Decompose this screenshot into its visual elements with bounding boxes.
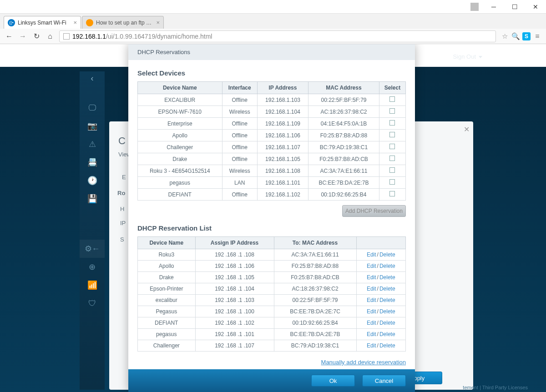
ip-address-cell: 192.168.1.107 [257, 141, 308, 153]
page-content: LINKSYS Sign Out ‹ 🖵 📷 ⚠ 📇 🕐 💾 ⚙← ⊕ 📶 🛡 … [0, 44, 546, 392]
ip-address-cell: 192.168.1.103 [257, 94, 308, 106]
address-bar[interactable]: 192.168.1.1/ui/1.0.99.164719/dynamic/hom… [59, 30, 496, 42]
extension-icon[interactable]: 🔍 [511, 32, 520, 40]
assign-ip-cell: 192 .168 .1 .104 [195, 283, 274, 295]
close-button[interactable]: ✕ [525, 0, 546, 14]
ok-button[interactable]: Ok [311, 375, 355, 387]
table-row: Pegasus192 .168 .1 .100BC:EE:7B:DA:2E:7C… [138, 306, 406, 317]
edit-link[interactable]: Edit [367, 297, 376, 303]
delete-link[interactable]: Delete [379, 342, 395, 349]
page-info-icon[interactable] [63, 33, 70, 40]
device-name-cell: Epson-Printer [138, 283, 196, 295]
sidebar-item-storage[interactable]: 💾 [80, 190, 105, 208]
minimize-button[interactable]: ─ [483, 0, 504, 14]
device-name-cell: Drake [138, 153, 222, 165]
edit-link[interactable]: Edit [367, 331, 376, 337]
mac-address-cell: AC:18:26:37:98:C2 [274, 283, 356, 295]
maximize-button[interactable]: ☐ [504, 0, 525, 14]
reload-button[interactable]: ↻ [32, 32, 41, 40]
select-checkbox[interactable] [389, 108, 395, 114]
sidebar-item-media[interactable]: 📇 [80, 153, 105, 171]
manually-add-link[interactable]: Manually add device reservation [321, 359, 406, 366]
assign-ip-cell: 192 .168 .1 .103 [195, 295, 274, 306]
interface-cell: Wireless [222, 106, 257, 118]
interface-cell: Offline [222, 94, 257, 106]
cancel-button[interactable]: Cancel [362, 375, 406, 387]
delete-link[interactable]: Delete [379, 331, 395, 337]
actions-cell: Edit/Delete [356, 249, 405, 261]
table-row: EPSON-WF-7610Wireless192.168.1.104AC:18:… [138, 106, 406, 118]
sidebar-item-parental[interactable]: ⚠ [80, 135, 105, 153]
select-checkbox[interactable] [389, 96, 395, 102]
sign-out-link[interactable]: Sign Out [453, 53, 482, 60]
device-name-cell: EPSON-WF-7610 [138, 106, 222, 118]
device-name-cell: Pegasus [138, 306, 196, 317]
sidebar-item-speed[interactable]: 🕐 [80, 171, 105, 190]
sidebar-toggle-icon[interactable]: ‹ [80, 71, 105, 85]
skype-extension-icon[interactable]: S [522, 32, 531, 40]
select-checkbox[interactable] [389, 132, 395, 137]
sidebar-item-guest[interactable]: 📷 [80, 117, 105, 135]
add-dhcp-reservation-button[interactable]: Add DHCP Reservation [342, 205, 406, 217]
edit-link[interactable]: Edit [367, 308, 376, 315]
actions-cell: Edit/Delete [356, 261, 405, 272]
bookmark-star-icon[interactable]: ☆ [500, 32, 509, 40]
mac-address-cell: F0:25:B7:B8:AD:88 [274, 261, 356, 272]
select-cell [379, 177, 405, 189]
table-header: Select [379, 82, 405, 94]
browser-tab-inactive[interactable]: How to set up an ftp serv... × [82, 16, 164, 29]
browser-tab-active[interactable]: ((• Linksys Smart Wi-Fi × [4, 16, 81, 29]
select-checkbox[interactable] [389, 120, 395, 126]
delete-link[interactable]: Delete [379, 274, 395, 281]
edit-link[interactable]: Edit [367, 251, 376, 258]
select-checkbox[interactable] [389, 191, 395, 196]
table-row: ApolloOffline192.168.1.106F0:25:B7:B8:AD… [138, 130, 406, 141]
sidebar-item-wireless[interactable]: 📶 [80, 276, 105, 294]
select-checkbox[interactable] [389, 156, 395, 161]
select-checkbox[interactable] [389, 179, 395, 185]
browser-menu-icon[interactable]: ≡ [533, 32, 541, 40]
edit-link[interactable]: Edit [367, 320, 376, 326]
tab-close-icon[interactable]: × [73, 19, 77, 26]
tab-title: How to set up an ftp serv... [96, 20, 153, 26]
footer-links[interactable]: tement | Third Party Licenses [463, 385, 528, 390]
sidebar-item-security[interactable]: 🛡 [80, 294, 105, 312]
delete-link[interactable]: Delete [379, 297, 395, 303]
edit-link[interactable]: Edit [367, 274, 376, 281]
delete-link[interactable]: Delete [379, 320, 395, 326]
sidebar-item-network[interactable]: 🖵 [80, 99, 105, 117]
mac-address-cell: F0:25:B7:B8:AD:88 [308, 130, 379, 141]
select-cell [379, 106, 405, 118]
tab-close-icon[interactable]: × [156, 19, 160, 26]
select-checkbox[interactable] [389, 144, 395, 149]
home-button[interactable]: ⌂ [46, 32, 55, 40]
edit-link[interactable]: Edit [367, 286, 376, 292]
modal-footer: Ok Cancel [128, 369, 415, 392]
sidebar-item-troubleshoot[interactable]: ⊕ [80, 258, 105, 276]
tab-title: Linksys Smart Wi-Fi [18, 20, 71, 26]
sidebar-item-connectivity[interactable]: ⚙← [80, 240, 105, 258]
interface-cell: Offline [222, 118, 257, 130]
user-avatar-icon[interactable] [470, 3, 479, 11]
delete-link[interactable]: Delete [379, 251, 395, 258]
back-button[interactable]: ← [5, 32, 14, 40]
panel-close-icon[interactable]: ✕ [464, 125, 470, 134]
mac-address-cell: F0:25:B7:B8:AD:CB [274, 272, 356, 283]
assign-ip-cell: 192 .168 .1 .106 [195, 261, 274, 272]
select-checkbox[interactable] [389, 167, 395, 173]
forward-button[interactable]: → [18, 32, 27, 40]
device-name-cell: Roku 3 - 4E654G152514 [138, 165, 222, 177]
select-cell [379, 189, 405, 201]
linksys-favicon-icon: ((• [8, 19, 15, 26]
table-header [356, 237, 405, 249]
interface-cell: Offline [222, 141, 257, 153]
delete-link[interactable]: Delete [379, 286, 395, 292]
interface-cell: Offline [222, 153, 257, 165]
mac-address-cell: 00:22:5F:BF:5F:79 [274, 295, 356, 306]
table-row: pegasusLAN192.168.1.101BC:EE:7B:DA:2E:7B [138, 177, 406, 189]
select-cell [379, 118, 405, 130]
delete-link[interactable]: Delete [379, 263, 395, 269]
edit-link[interactable]: Edit [367, 263, 376, 269]
edit-link[interactable]: Edit [367, 342, 376, 349]
delete-link[interactable]: Delete [379, 308, 395, 315]
